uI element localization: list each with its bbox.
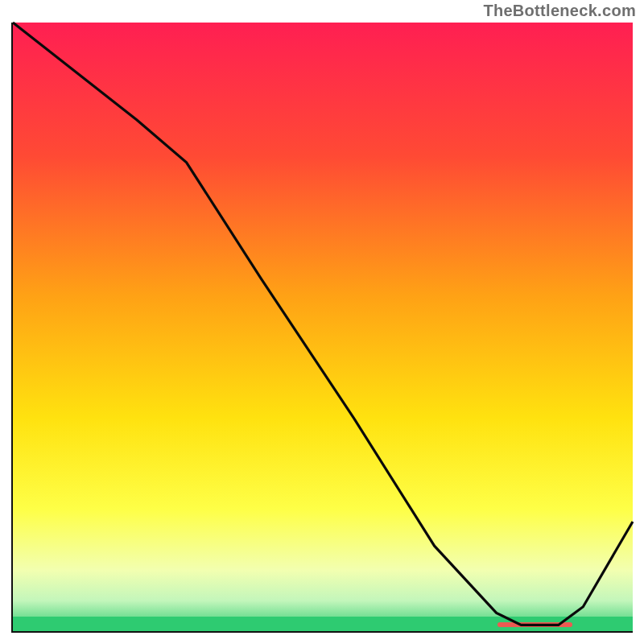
bottleneck-line [13, 23, 633, 625]
watermark-text: TheBottleneck.com [483, 2, 636, 20]
chart-line-overlay [13, 23, 633, 631]
chart-plot-area [11, 23, 633, 633]
